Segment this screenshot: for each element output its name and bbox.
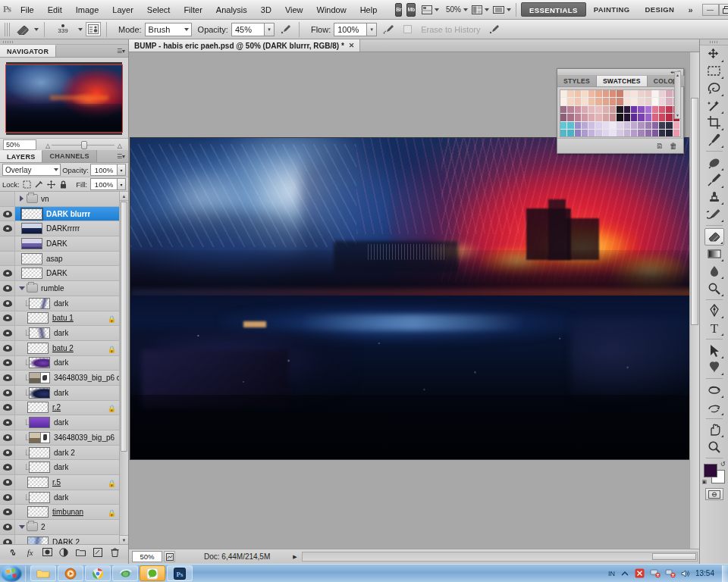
layer-row[interactable]: vn	[0, 192, 128, 207]
layer-visibility-toggle[interactable]	[0, 401, 15, 415]
color-swatch[interactable]	[603, 122, 610, 130]
layer-row-content[interactable]: batu 2🔒	[15, 343, 128, 354]
layer-row-content[interactable]: ⎿dark	[15, 298, 128, 309]
layer-row[interactable]: rumble	[0, 281, 128, 296]
color-swatch[interactable]	[624, 90, 631, 98]
layer-row[interactable]: DARK	[0, 266, 128, 281]
rectangular-select-tool[interactable]	[704, 63, 724, 80]
layer-thumbnail[interactable]	[27, 477, 49, 488]
layer-name[interactable]: r.5	[52, 478, 61, 487]
layer-row[interactable]: asap	[0, 252, 128, 267]
layer-thumbnail[interactable]	[27, 537, 49, 544]
layer-thumbnail[interactable]	[21, 268, 42, 279]
scroll-up-button[interactable]: ▲	[675, 72, 680, 78]
color-swatch[interactable]	[624, 106, 631, 114]
layer-name[interactable]: DARKrrrrr	[46, 224, 80, 233]
layer-thumbnail[interactable]	[27, 343, 49, 354]
color-swatch[interactable]	[617, 90, 623, 98]
shape-tool[interactable]	[704, 359, 724, 376]
layer-name[interactable]: DARK	[46, 239, 67, 248]
layer-visibility-toggle[interactable]	[0, 490, 15, 505]
gradient-tool[interactable]	[704, 246, 724, 262]
canvas-horizontal-scrollbar[interactable]	[302, 552, 698, 562]
color-swatch[interactable]	[603, 106, 610, 114]
color-swatch[interactable]	[610, 114, 617, 121]
layer-row[interactable]: ⎿dark	[0, 326, 128, 341]
menu-help[interactable]: Help	[353, 2, 384, 17]
foreground-color-swatch[interactable]	[704, 464, 717, 477]
chevron-down-icon[interactable]	[78, 28, 83, 31]
color-swatch[interactable]	[582, 130, 588, 137]
brush-tool[interactable]	[704, 171, 724, 188]
color-swatch[interactable]	[603, 130, 610, 137]
layer-thumbnail[interactable]	[27, 402, 49, 413]
color-swatch[interactable]	[588, 98, 595, 105]
layer-row[interactable]: ⎿dark	[0, 490, 128, 505]
airbrush-icon[interactable]	[381, 22, 396, 37]
delete-swatch-icon[interactable]: 🗑	[670, 142, 677, 150]
layer-row-content[interactable]: ⎿dark	[15, 417, 128, 428]
layer-row-content[interactable]: 2	[15, 522, 128, 531]
layer-row-content[interactable]: batu 1🔒	[15, 312, 128, 324]
layer-row-content[interactable]: ⎿dark	[15, 462, 128, 473]
layer-name[interactable]: dark	[54, 299, 68, 308]
opacity-stepper[interactable]: ▾	[265, 23, 275, 36]
color-swatch[interactable]	[567, 98, 574, 105]
lock-position-icon[interactable]	[47, 180, 56, 189]
quick-mask-icon[interactable]	[705, 488, 723, 500]
color-swatch[interactable]	[567, 122, 574, 130]
layer-visibility-toggle[interactable]	[0, 311, 15, 326]
layer-row-content[interactable]: ⎿34648039_big_p6	[15, 432, 128, 443]
layer-row-content[interactable]: ⎿dark	[15, 357, 128, 368]
layer-row-content[interactable]: r.2🔒	[15, 402, 128, 413]
layer-visibility-toggle[interactable]	[0, 192, 15, 206]
panel-menu-icon[interactable]: ☰▾	[116, 152, 126, 161]
color-swatch[interactable]	[575, 90, 582, 98]
layer-name[interactable]: dark	[54, 389, 68, 397]
color-swatch[interactable]	[638, 98, 645, 105]
color-swatch[interactable]	[617, 130, 623, 137]
color-swatch[interactable]	[652, 122, 659, 130]
color-swatch[interactable]	[673, 130, 680, 137]
layer-visibility-toggle[interactable]	[0, 296, 15, 311]
chevron-down-icon[interactable]	[485, 8, 489, 11]
menu-select[interactable]: Select	[140, 2, 177, 17]
layer-row-content[interactable]: ⎿dark	[15, 492, 128, 503]
workspace-painting[interactable]: PAINTING	[586, 2, 638, 17]
layer-row-content[interactable]: DARK	[15, 268, 128, 279]
layer-row-content[interactable]: ⎿dark	[15, 387, 128, 399]
panel-title-bar[interactable]: ◂◂ ✕	[557, 69, 683, 76]
color-swatch[interactable]	[645, 130, 652, 137]
chevron-down-icon[interactable]	[17, 525, 27, 529]
healing-brush-tool[interactable]	[704, 155, 724, 171]
layer-name[interactable]: DARK 2	[52, 538, 80, 544]
color-swatch[interactable]	[638, 90, 645, 98]
layer-row-content[interactable]: DARKrrrrr	[15, 223, 128, 234]
layer-visibility-toggle[interactable]	[0, 505, 15, 519]
layer-row[interactable]: ⎿dark	[0, 460, 128, 475]
chevron-down-icon[interactable]	[17, 286, 27, 290]
layer-row[interactable]: ⎿dark	[0, 415, 128, 430]
color-swatch[interactable]	[567, 130, 574, 137]
layer-name[interactable]: timbunan	[52, 508, 83, 516]
color-swatch[interactable]	[673, 122, 680, 130]
color-swatch[interactable]	[617, 122, 623, 130]
taskbar-explorer[interactable]	[30, 565, 56, 581]
color-swatch[interactable]	[595, 98, 602, 105]
restore-button[interactable]	[719, 4, 728, 16]
tab-swatches[interactable]: SWATCHES	[597, 76, 648, 86]
color-swatch[interactable]	[617, 114, 623, 121]
document-tab[interactable]: BUMP - habis eric paeh.psd @ 50% (DARK b…	[129, 39, 360, 52]
color-swatch[interactable]	[652, 114, 659, 121]
volume-error-icon[interactable]	[665, 568, 676, 579]
layer-visibility-toggle[interactable]	[0, 281, 15, 296]
network-error-icon[interactable]	[650, 568, 661, 579]
tablet-pressure-icon[interactable]	[487, 22, 502, 37]
chevron-down-icon[interactable]	[463, 8, 468, 11]
layer-row[interactable]: timbunan🔒	[0, 505, 128, 520]
canvas-vertical-scrollbar[interactable]	[689, 52, 699, 549]
add-mask-icon[interactable]	[42, 547, 52, 558]
color-swatch[interactable]	[631, 98, 638, 105]
layer-opacity-input[interactable]: 100%	[90, 164, 118, 176]
swatch-grid[interactable]	[560, 89, 681, 137]
